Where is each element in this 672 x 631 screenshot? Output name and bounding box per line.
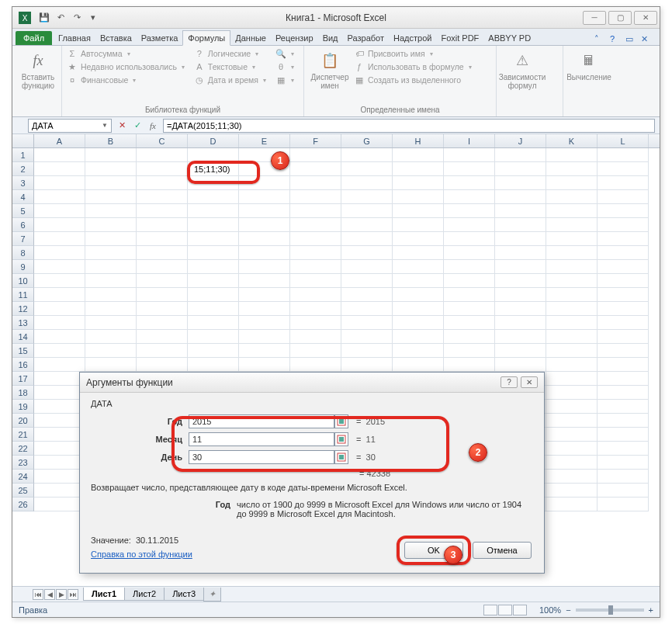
row-header[interactable]: 2 [12, 162, 34, 176]
cell[interactable] [137, 316, 188, 330]
last-sheet-icon[interactable]: ⏭ [68, 589, 78, 600]
row-header[interactable]: 11 [12, 288, 34, 302]
cell[interactable] [85, 358, 137, 372]
cell[interactable] [546, 260, 598, 274]
cell[interactable] [598, 274, 649, 288]
cell[interactable] [393, 204, 444, 218]
cell[interactable] [495, 246, 546, 260]
cell[interactable] [598, 288, 649, 302]
cell[interactable] [137, 358, 188, 372]
cell[interactable] [290, 302, 341, 316]
cell[interactable] [341, 218, 393, 232]
cell[interactable] [598, 498, 649, 511]
recent-button[interactable]: ★Недавно использовались▾ [67, 61, 185, 72]
cell[interactable] [444, 246, 495, 260]
cell[interactable] [188, 358, 239, 372]
cell[interactable] [85, 204, 137, 218]
cell[interactable] [34, 246, 85, 260]
column-header[interactable]: D [188, 134, 239, 147]
cell[interactable] [598, 358, 649, 372]
cell[interactable] [290, 232, 341, 246]
cell[interactable] [546, 442, 598, 456]
column-header[interactable]: E [239, 134, 290, 147]
cell[interactable] [290, 274, 341, 288]
cell[interactable] [546, 358, 598, 372]
cell[interactable] [444, 358, 495, 372]
cell[interactable] [546, 470, 598, 484]
row-header[interactable]: 15 [12, 344, 34, 358]
cell[interactable] [239, 330, 290, 344]
cell[interactable] [495, 274, 546, 288]
range-selector-icon[interactable] [334, 414, 348, 428]
cell[interactable] [188, 274, 239, 288]
row-header[interactable]: 12 [12, 302, 34, 316]
cell[interactable] [393, 246, 444, 260]
cell[interactable] [85, 274, 137, 288]
column-header[interactable]: H [393, 134, 444, 147]
cell[interactable] [341, 316, 393, 330]
cell[interactable] [34, 400, 85, 414]
cell[interactable] [598, 484, 649, 498]
cell[interactable] [85, 260, 137, 274]
cell[interactable] [85, 344, 137, 358]
cell[interactable] [137, 176, 188, 190]
cell[interactable] [546, 162, 598, 176]
cell[interactable] [188, 288, 239, 302]
cell[interactable] [546, 302, 598, 316]
ribbon-tab[interactable]: Foxit PDF [436, 31, 483, 45]
row-header[interactable]: 21 [12, 428, 34, 442]
cell[interactable] [137, 344, 188, 358]
cell[interactable] [546, 176, 598, 190]
spreadsheet-grid[interactable]: ABCDEFGHIJKL 123456789101112131415161718… [12, 134, 660, 591]
undo-icon[interactable]: ↶ [54, 11, 68, 25]
cell[interactable] [546, 330, 598, 344]
cell[interactable] [393, 302, 444, 316]
select-all-corner[interactable] [12, 134, 34, 147]
cell[interactable] [598, 190, 649, 204]
cell[interactable] [495, 288, 546, 302]
cell[interactable] [444, 204, 495, 218]
insert-function-button[interactable]: fx Вставить функцию [17, 48, 59, 90]
cell[interactable] [546, 148, 598, 162]
zoom-in-icon[interactable]: + [649, 605, 653, 615]
cell[interactable] [34, 372, 85, 386]
cell[interactable] [546, 218, 598, 232]
cell[interactable] [598, 316, 649, 330]
close-button[interactable]: ✕ [634, 11, 657, 25]
cell[interactable] [85, 232, 137, 246]
cell[interactable] [546, 190, 598, 204]
cell[interactable] [598, 428, 649, 442]
cell[interactable] [137, 260, 188, 274]
cell[interactable] [85, 246, 137, 260]
cell[interactable] [546, 372, 598, 386]
sheet-tab[interactable]: Лист2 [124, 588, 165, 601]
cell[interactable] [239, 316, 290, 330]
cell[interactable] [598, 470, 649, 484]
ribbon-tab[interactable]: Главная [54, 31, 95, 45]
cell[interactable] [290, 344, 341, 358]
cell[interactable] [495, 162, 546, 176]
cell[interactable] [137, 330, 188, 344]
cell[interactable] [290, 162, 341, 176]
next-sheet-icon[interactable]: ▶ [56, 589, 67, 600]
cell[interactable] [495, 176, 546, 190]
column-header[interactable]: K [546, 134, 598, 147]
cell[interactable] [188, 232, 239, 246]
row-header[interactable]: 24 [12, 470, 34, 484]
cell[interactable] [85, 316, 137, 330]
column-header[interactable]: L [598, 134, 649, 147]
cell[interactable] [239, 274, 290, 288]
cell[interactable] [495, 148, 546, 162]
cell[interactable] [85, 162, 137, 176]
cell[interactable] [34, 204, 85, 218]
cell[interactable] [239, 246, 290, 260]
cell[interactable] [34, 386, 85, 400]
cell[interactable] [34, 162, 85, 176]
fx-icon[interactable]: fx [146, 119, 160, 133]
column-header[interactable]: F [290, 134, 341, 147]
cell[interactable] [495, 204, 546, 218]
cell[interactable] [495, 218, 546, 232]
cell[interactable] [341, 274, 393, 288]
minimize-ribbon-icon[interactable]: ˄ [594, 34, 605, 45]
cell[interactable] [546, 288, 598, 302]
